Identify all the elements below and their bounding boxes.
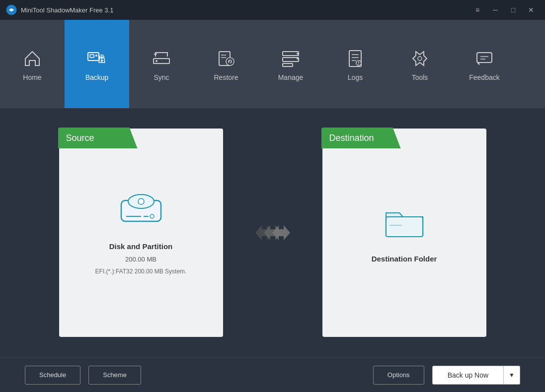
titlebar-controls: ≡ ─ □ ✕ — [469, 4, 539, 16]
main-content: Source Disk and Partition 200.00 MB EFI.… — [0, 108, 545, 357]
tools-label: Tools — [412, 73, 428, 81]
folder-icon — [382, 203, 427, 245]
hamburger-button[interactable]: ≡ — [469, 4, 485, 16]
backup-label: Backup — [85, 73, 109, 81]
titlebar-left: MiniTool ShadowMaker Free 3.1 — [6, 4, 113, 15]
restore-button[interactable]: □ — [505, 4, 521, 16]
svg-point-29 — [138, 198, 144, 204]
minimize-button[interactable]: ─ — [487, 4, 503, 16]
svg-point-23 — [418, 57, 422, 61]
sidebar-item-restore[interactable]: Restore — [194, 20, 258, 108]
close-button[interactable]: ✕ — [523, 4, 539, 16]
titlebar: MiniTool ShadowMaker Free 3.1 ≡ ─ □ ✕ — [0, 0, 545, 20]
svg-rect-2 — [90, 55, 94, 58]
app-title: MiniTool ShadowMaker Free 3.1 — [21, 6, 113, 14]
sidebar-item-backup[interactable]: Backup — [65, 20, 129, 108]
home-label: Home — [23, 73, 41, 81]
footer: Schedule Scheme Options Back up Now ▼ — [0, 357, 545, 392]
source-size: 200.00 MB — [125, 256, 156, 263]
manage-icon — [279, 47, 303, 70]
svg-point-13 — [297, 58, 299, 60]
sync-label: Sync — [154, 73, 169, 81]
options-button[interactable]: Options — [373, 366, 424, 385]
restore-label: Restore — [214, 73, 238, 81]
schedule-button[interactable]: Schedule — [25, 366, 80, 385]
source-title: Disk and Partition — [109, 242, 173, 251]
feedback-icon — [472, 47, 496, 70]
destination-title: Destination Folder — [372, 255, 437, 263]
home-icon — [20, 47, 44, 70]
sidebar-item-sync[interactable]: Sync — [129, 20, 194, 108]
svg-point-22 — [358, 64, 359, 65]
manage-label: Manage — [278, 73, 304, 81]
logs-label: Logs — [348, 73, 363, 81]
disk-partition-icon — [116, 191, 166, 232]
logs-icon — [343, 47, 367, 70]
source-description: EFI.(*.):FAT32 200.00 MB System. — [90, 268, 192, 275]
svg-rect-24 — [477, 53, 492, 63]
source-header: Source — [58, 128, 138, 148]
backup-now-button[interactable]: Back up Now — [432, 366, 504, 385]
svg-point-6 — [156, 60, 157, 62]
destination-header: Destination — [321, 128, 401, 148]
footer-left-actions: Schedule Scheme — [25, 366, 141, 385]
svg-point-14 — [297, 53, 299, 55]
dropdown-arrow-icon: ▼ — [509, 372, 515, 379]
tools-icon — [408, 47, 432, 70]
sidebar-item-home[interactable]: Home — [0, 20, 65, 108]
source-card[interactable]: Source Disk and Partition 200.00 MB EFI.… — [59, 129, 223, 337]
svg-rect-12 — [283, 58, 299, 62]
restore-icon — [214, 47, 238, 70]
scheme-button[interactable]: Scheme — [88, 366, 141, 385]
backup-icon — [85, 47, 109, 70]
sidebar-item-tools[interactable]: Tools — [388, 20, 452, 108]
sync-icon — [150, 47, 173, 70]
sidebar-item-manage[interactable]: Manage — [258, 20, 323, 108]
feedback-label: Feedback — [469, 73, 499, 81]
svg-rect-11 — [283, 52, 299, 56]
backup-now-dropdown[interactable]: ▼ — [504, 366, 520, 385]
svg-rect-15 — [283, 64, 293, 66]
destination-card[interactable]: Destination Destination Folder — [322, 129, 486, 337]
app-logo-icon — [6, 4, 17, 15]
svg-rect-3 — [95, 55, 97, 57]
navbar: Home Backup Sync — [0, 20, 545, 108]
sidebar-item-feedback[interactable]: Feedback — [452, 20, 517, 108]
footer-right-actions: Options Back up Now ▼ — [373, 366, 520, 385]
sidebar-item-logs[interactable]: Logs — [323, 20, 388, 108]
arrow-indicator — [253, 220, 293, 245]
